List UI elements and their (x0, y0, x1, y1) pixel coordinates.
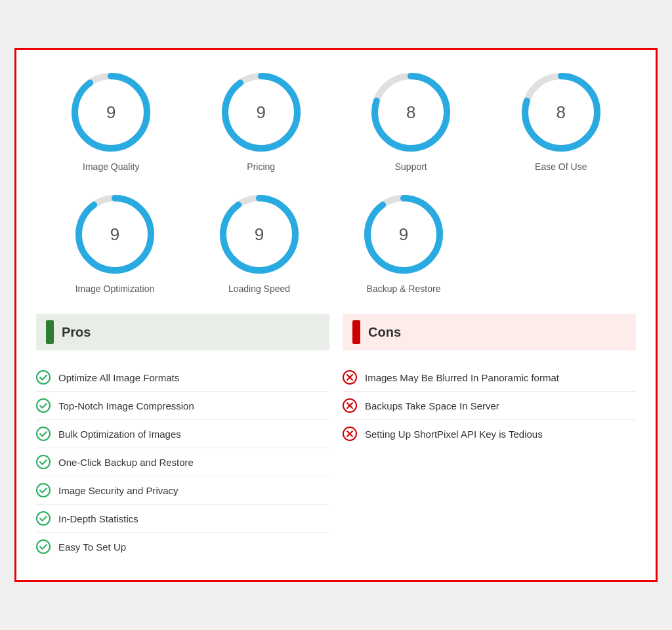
lists-section: Optimize All Image Formats Top-Notch Ima… (36, 364, 636, 560)
gauge-label: Support (395, 161, 427, 172)
cons-list-item: Setting Up ShortPixel API Key is Tedious (343, 420, 636, 448)
gauge-number: 9 (399, 224, 408, 245)
gauge-label: Backup & Restore (367, 284, 441, 294)
gauge-item: 8 Support (352, 70, 470, 172)
pros-list-item: In-Depth Statistics (36, 505, 329, 533)
pros-list-item: Bulk Optimization of Images (36, 420, 329, 448)
cons-list-item: Backups Take Space In Server (343, 392, 636, 420)
gauge-label: Loading Speed (228, 284, 290, 294)
pros-list-item: Optimize All Image Formats (36, 364, 329, 392)
pros-item-text: Top-Notch Image Compression (58, 400, 194, 411)
cons-item-text: Images May Be Blurred In Panoramic forma… (365, 372, 559, 383)
gauge-wrap: 8 (518, 70, 604, 155)
svg-point-15 (37, 399, 50, 412)
gauge-wrap: 9 (217, 192, 302, 277)
svg-point-17 (37, 455, 50, 469)
pros-list-item: Easy To Set Up (36, 533, 329, 560)
pros-list-item: One-Click Backup and Restore (36, 448, 329, 476)
gauge-number: 9 (110, 224, 119, 245)
gauge-item: 9 Backup & Restore (345, 192, 463, 294)
pros-header: Pros (36, 314, 329, 350)
svg-point-14 (37, 371, 50, 384)
gauge-number: 8 (406, 102, 415, 123)
svg-point-19 (37, 512, 50, 525)
pros-title: Pros (62, 325, 91, 340)
gauge-item: 9 Loading Speed (200, 192, 318, 294)
check-icon (36, 511, 51, 526)
x-circle-icon (343, 427, 357, 441)
pros-item-text: One-Click Backup and Restore (58, 457, 194, 468)
gauge-wrap: 9 (219, 70, 304, 155)
pros-item-text: Optimize All Image Formats (58, 372, 179, 383)
pros-item-text: Image Security and Privacy (58, 485, 178, 496)
gauge-label: Image Optimization (75, 284, 155, 294)
cons-item-text: Setting Up ShortPixel API Key is Tedious (365, 429, 543, 440)
cons-stripe (352, 320, 360, 344)
gauges-row-2: 9 Image Optimization 9 Loading Speed 9 B… (36, 192, 636, 294)
gauge-label: Pricing (247, 161, 275, 172)
pros-stripe (46, 320, 54, 344)
gauge-number: 9 (257, 102, 266, 123)
svg-point-20 (37, 540, 50, 553)
pros-item-text: Bulk Optimization of Images (58, 429, 181, 440)
cons-item-text: Backups Take Space In Server (365, 400, 499, 411)
gauge-wrap: 9 (68, 70, 154, 155)
gauge-label: Ease Of Use (535, 161, 587, 172)
pros-list-item: Top-Notch Image Compression (36, 392, 329, 420)
gauge-item: 8 Ease Of Use (502, 70, 620, 172)
gauge-wrap: 9 (361, 192, 446, 277)
pros-item-text: In-Depth Statistics (58, 513, 138, 524)
x-circle-icon (343, 398, 357, 413)
gauge-item: 9 Image Quality (52, 70, 170, 172)
gauge-number: 9 (106, 102, 116, 123)
cons-title: Cons (368, 325, 401, 340)
check-icon (36, 483, 51, 497)
cons-list: Images May Be Blurred In Panoramic forma… (343, 364, 636, 560)
cons-list-item: Images May Be Blurred In Panoramic forma… (343, 364, 636, 392)
svg-point-16 (37, 427, 50, 440)
gauge-item: 9 Pricing (202, 70, 320, 172)
pros-list: Optimize All Image Formats Top-Notch Ima… (36, 364, 329, 560)
x-circle-icon (343, 370, 357, 385)
gauge-number: 9 (255, 224, 264, 245)
svg-point-18 (37, 484, 50, 497)
gauge-label: Image Quality (83, 161, 139, 172)
gauges-row-1: 9 Image Quality 9 Pricing 8 Support 8 Ea… (36, 70, 636, 172)
pros-list-item: Image Security and Privacy (36, 476, 329, 505)
check-icon (36, 427, 51, 441)
check-icon (36, 398, 51, 413)
gauge-wrap: 9 (72, 192, 158, 277)
gauge-item: 9 Image Optimization (56, 192, 174, 294)
gauge-number: 8 (556, 102, 566, 123)
check-icon (36, 370, 51, 385)
check-icon (36, 455, 51, 469)
gauge-wrap: 8 (368, 70, 453, 155)
cons-header: Cons (343, 314, 636, 350)
review-card: 9 Image Quality 9 Pricing 8 Support 8 Ea… (14, 48, 658, 582)
check-icon (36, 539, 51, 554)
pros-item-text: Easy To Set Up (58, 541, 126, 553)
pros-cons-headers: Pros Cons (36, 314, 636, 350)
